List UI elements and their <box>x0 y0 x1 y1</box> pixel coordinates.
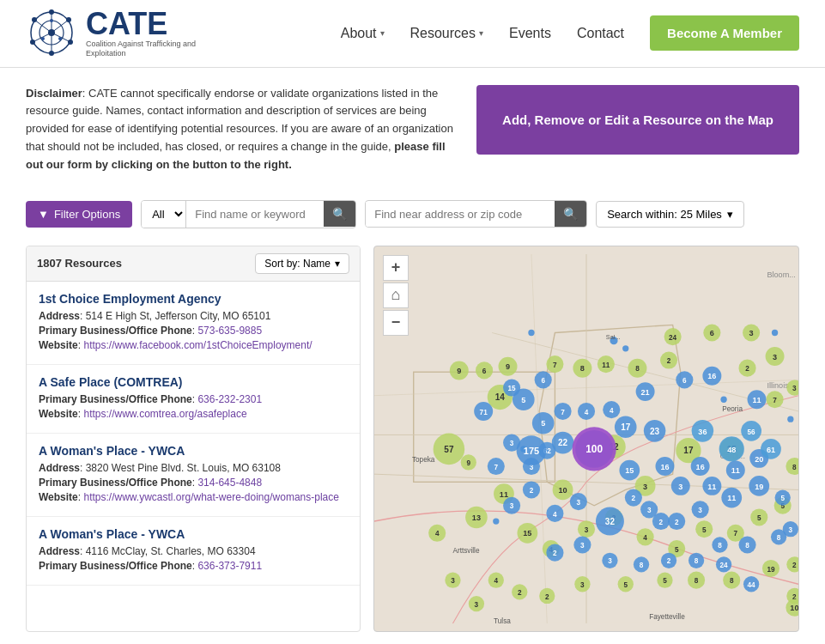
location-search-button[interactable]: 🔍 <box>555 201 586 227</box>
list-item: A Safe Place (COMTREA) Primary Business/… <box>27 365 360 434</box>
svg-text:32: 32 <box>605 516 616 526</box>
phone-link[interactable]: 636-373-7911 <box>197 560 262 572</box>
resource-name: A Safe Place (COMTREA) <box>39 375 348 389</box>
svg-text:Fayetteville: Fayetteville <box>649 613 685 621</box>
resource-list: 1st Choice Employment Agency Address: 51… <box>27 282 360 631</box>
resource-address: Address: 3820 West Pine Blvd. St. Louis,… <box>39 462 348 474</box>
svg-point-10 <box>30 39 35 45</box>
svg-text:3: 3 <box>773 352 777 361</box>
svg-text:11: 11 <box>602 361 610 368</box>
svg-text:7: 7 <box>561 408 565 416</box>
svg-point-9 <box>66 17 71 22</box>
resource-list-header: 1807 Resources Sort by: Name ▾ <box>27 246 360 282</box>
svg-text:8: 8 <box>792 463 797 471</box>
svg-point-254 <box>787 416 793 422</box>
nav-events[interactable]: Events <box>509 26 551 41</box>
cluster-special[interactable]: 100 <box>573 427 616 471</box>
svg-text:15: 15 <box>523 529 531 538</box>
svg-text:3: 3 <box>678 482 682 490</box>
resource-name: 1st Choice Employment Agency <box>39 292 348 306</box>
sort-arrow-icon: ▾ <box>335 258 340 270</box>
website-link[interactable]: https://www.ywcastl.org/what-were-doing/… <box>83 491 338 503</box>
svg-text:6: 6 <box>710 329 714 337</box>
keyword-search-button[interactable]: 🔍 <box>324 201 355 227</box>
home-icon: ⌂ <box>391 286 401 304</box>
zoom-in-button[interactable]: + <box>383 255 409 281</box>
about-dropdown-arrow: ▾ <box>380 28 385 38</box>
svg-text:5: 5 <box>541 419 545 428</box>
svg-text:5: 5 <box>521 395 525 404</box>
disclaimer-label: Disclaimer <box>26 87 82 100</box>
svg-text:2: 2 <box>745 365 749 373</box>
svg-text:3: 3 <box>792 385 797 392</box>
svg-text:3: 3 <box>510 440 514 447</box>
svg-text:3: 3 <box>580 542 585 550</box>
zoom-out-button[interactable]: − <box>383 310 409 336</box>
become-member-button[interactable]: Become A Member <box>650 15 799 51</box>
svg-text:8: 8 <box>718 542 722 550</box>
svg-text:23: 23 <box>650 426 660 435</box>
svg-text:56: 56 <box>748 428 756 435</box>
svg-point-12 <box>49 9 54 15</box>
nav-resources[interactable]: Resources ▾ <box>410 26 483 41</box>
sort-button[interactable]: Sort by: Name ▾ <box>255 253 349 274</box>
svg-text:8: 8 <box>730 577 734 585</box>
keyword-search-group: All 🔍 <box>141 200 356 228</box>
add-resource-button[interactable]: Add, Remove or Edit a Resource on the Ma… <box>476 85 799 155</box>
svg-text:5: 5 <box>757 514 761 522</box>
svg-point-8 <box>32 17 37 22</box>
nav-contact[interactable]: Contact <box>577 26 624 41</box>
svg-point-15 <box>50 19 53 22</box>
location-search-group: 🔍 <box>365 200 587 228</box>
svg-point-253 <box>772 329 778 335</box>
resource-phone: Primary Business/Office Phone: 573-635-9… <box>39 325 348 337</box>
svg-text:175: 175 <box>524 446 539 456</box>
phone-link[interactable]: 636-232-2301 <box>197 393 262 405</box>
svg-text:20: 20 <box>755 454 763 463</box>
svg-text:Bloom...: Bloom... <box>767 270 795 279</box>
filter-bar: ▼ Filter Options All 🔍 🔍 Search within: … <box>0 191 825 237</box>
disclaimer-text: Disclaimer: CATE cannot specifically end… <box>26 85 459 174</box>
svg-text:11: 11 <box>707 482 716 490</box>
home-button[interactable]: ⌂ <box>383 283 409 308</box>
svg-text:24: 24 <box>720 562 729 569</box>
svg-text:9: 9 <box>506 362 510 371</box>
map-panel: Illinois Bloom... Cardi... Topeka Arttsv… <box>373 246 799 632</box>
map-controls: + ⌂ − <box>383 255 409 336</box>
filter-options-button[interactable]: ▼ Filter Options <box>26 201 132 228</box>
svg-point-16 <box>41 37 45 40</box>
search-within-button[interactable]: Search within: 25 Miles ▾ <box>596 201 744 228</box>
svg-point-13 <box>49 51 54 56</box>
phone-link[interactable]: 573-635-9885 <box>197 325 262 337</box>
disclaimer-section: Disclaimer: CATE cannot specifically end… <box>0 68 825 191</box>
svg-text:8: 8 <box>695 557 699 565</box>
website-link[interactable]: https://www.facebook.com/1stChoiceEmploy… <box>83 339 312 351</box>
svg-text:5: 5 <box>675 545 679 553</box>
svg-point-14 <box>48 29 55 36</box>
svg-text:2: 2 <box>518 589 522 597</box>
svg-text:2: 2 <box>675 518 679 526</box>
svg-text:10: 10 <box>558 486 567 495</box>
svg-text:2: 2 <box>667 557 671 565</box>
svg-text:8: 8 <box>640 562 644 569</box>
svg-text:61: 61 <box>767 445 775 453</box>
resource-website: Website: https://www.comtrea.org/asafepl… <box>39 408 348 420</box>
svg-text:19: 19 <box>755 482 763 490</box>
svg-text:3: 3 <box>608 557 612 565</box>
svg-point-250 <box>528 329 534 335</box>
category-select[interactable]: All <box>142 201 186 228</box>
svg-text:9: 9 <box>466 459 470 467</box>
svg-text:7: 7 <box>494 463 499 471</box>
website-link[interactable]: https://www.comtrea.org/asafeplace <box>83 408 246 420</box>
list-item: 1st Choice Employment Agency Address: 51… <box>27 282 360 365</box>
keyword-search-input[interactable] <box>186 202 324 227</box>
resource-list-panel: 1807 Resources Sort by: Name ▾ 1st Choic… <box>26 246 361 632</box>
phone-link[interactable]: 314-645-4848 <box>197 477 262 489</box>
svg-text:4: 4 <box>435 530 440 538</box>
nav-about[interactable]: About ▾ <box>341 26 385 41</box>
location-search-input[interactable] <box>366 202 555 227</box>
svg-text:3: 3 <box>451 577 455 585</box>
resource-count: 1807 Resources <box>37 257 122 270</box>
svg-text:8: 8 <box>777 534 781 542</box>
resource-website: Website: https://www.ywcastl.org/what-we… <box>39 491 348 503</box>
